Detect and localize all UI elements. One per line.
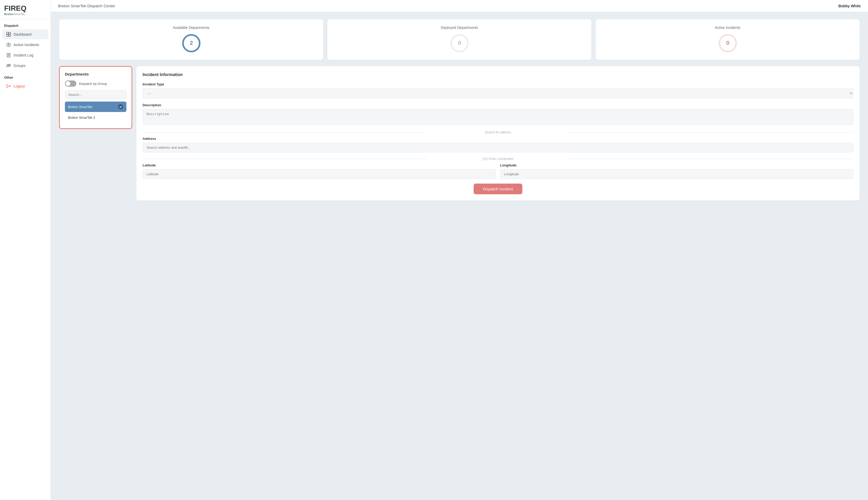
groups-label: Groups	[13, 64, 25, 68]
longitude-input[interactable]	[500, 169, 854, 179]
description-label: Description	[143, 103, 854, 107]
stat-available-departments: Available Departments 2	[59, 19, 323, 60]
stat-active-label: Active Incidents	[715, 25, 740, 30]
logo-fire: FIRE	[4, 4, 21, 12]
stat-deployed-departments: Deployed Departments 0	[327, 19, 591, 60]
stat-deployed-label: Deployed Departments	[441, 25, 478, 30]
dashboard-icon	[6, 32, 11, 37]
dept-label-breton-smartek-2: Breton SmarTek 2	[68, 116, 95, 120]
svg-point-11	[9, 64, 10, 66]
topbar-user: Bobby White	[838, 4, 861, 8]
dispatch-incident-button[interactable]: Dispatch Incident	[474, 184, 522, 194]
logo-q: Q	[21, 4, 26, 12]
logo-breton: Breton	[4, 12, 13, 16]
svg-rect-0	[7, 32, 8, 34]
dispatch-by-group-label: Dispatch by Group	[79, 82, 107, 86]
departments-search[interactable]	[65, 90, 126, 99]
svg-text:0: 0	[458, 39, 461, 46]
topbar: Breton SmarTek Dispatch Center Bobby Whi…	[51, 0, 868, 12]
longitude-label: Longitude	[500, 163, 854, 167]
stat-deployed-circle: 0	[449, 33, 470, 54]
other-section-label: Other	[0, 71, 51, 81]
address-group: Address	[143, 137, 854, 152]
stat-available-label: Available Departments	[173, 25, 210, 30]
sidebar-item-incident-log[interactable]: Incident Log	[2, 50, 48, 60]
departments-title: Departments	[65, 72, 126, 76]
svg-text:2: 2	[189, 39, 193, 46]
departments-panel: Departments Dispatch by Group Breton Sma…	[59, 66, 132, 129]
logo-area: FIREQ BretonSmarTek	[0, 0, 51, 19]
address-divider: Search for address	[143, 130, 854, 134]
svg-rect-2	[7, 35, 8, 36]
sidebar-item-dashboard[interactable]: Dashboard	[2, 30, 48, 39]
coords-divider: (Or) Enter coordinates	[143, 157, 854, 161]
dept-label-breton-smartek: Breton SmarTek	[68, 105, 92, 109]
address-input[interactable]	[143, 143, 854, 152]
incident-panel: Incident Information Incident Type --- D…	[136, 66, 860, 201]
logout-icon	[6, 84, 11, 89]
svg-rect-1	[9, 32, 11, 34]
latitude-group: Latitude	[143, 163, 496, 179]
longitude-group: Longitude	[500, 163, 854, 179]
dispatch-by-group-row: Dispatch by Group	[65, 80, 126, 87]
sidebar: FIREQ BretonSmarTek Dispatch Dashboard A…	[0, 0, 51, 500]
description-input[interactable]	[143, 109, 854, 125]
dispatch-section-label: Dispatch	[0, 19, 51, 29]
incident-panel-title: Incident Information	[143, 72, 854, 77]
dept-item-breton-smartek[interactable]: Breton SmarTek	[65, 102, 126, 112]
dept-check-breton-smartek	[118, 104, 123, 109]
dispatch-by-group-toggle[interactable]	[65, 80, 76, 87]
description-group: Description	[143, 103, 854, 126]
incident-type-label: Incident Type	[143, 82, 854, 86]
sidebar-item-active-incidents[interactable]: Active Incidents	[2, 40, 48, 50]
incident-type-group: Incident Type ---	[143, 82, 854, 99]
active-incidents-label: Active Incidents	[13, 43, 39, 47]
stat-active-incidents: Active Incidents 0	[596, 19, 860, 60]
sidebar-item-groups[interactable]: Groups	[2, 61, 48, 71]
sidebar-item-logout[interactable]: Logout	[2, 81, 48, 91]
latitude-label: Latitude	[143, 163, 496, 167]
incident-type-select[interactable]: ---	[143, 88, 854, 99]
address-label: Address	[143, 137, 854, 141]
groups-icon	[6, 63, 11, 68]
latitude-input[interactable]	[143, 169, 496, 179]
topbar-title: Breton SmarTek Dispatch Center	[58, 4, 115, 8]
dashboard-label: Dashboard	[13, 32, 32, 36]
logo-subtitle: BretonSmarTek	[4, 12, 46, 16]
content-area: Available Departments 2 Deployed Departm…	[51, 12, 868, 500]
logo: FIREQ	[4, 5, 46, 12]
svg-text:0: 0	[726, 39, 729, 46]
incident-log-label: Incident Log	[13, 53, 33, 57]
logout-label: Logout	[13, 84, 25, 88]
incident-log-icon	[6, 53, 11, 58]
main-content: Breton SmarTek Dispatch Center Bobby Whi…	[51, 0, 868, 500]
coords-row: Latitude Longitude	[143, 163, 854, 179]
panels-row: Departments Dispatch by Group Breton Sma…	[59, 66, 860, 201]
logo-smartek: SmarTek	[13, 12, 24, 16]
stat-active-circle: 0	[717, 33, 738, 54]
svg-rect-3	[9, 35, 11, 36]
dept-item-breton-smartek-2[interactable]: Breton SmarTek 2	[65, 113, 126, 122]
stats-row: Available Departments 2 Deployed Departm…	[59, 19, 860, 60]
active-incidents-icon	[6, 43, 11, 47]
svg-point-10	[7, 64, 9, 66]
stat-available-circle: 2	[181, 33, 202, 54]
